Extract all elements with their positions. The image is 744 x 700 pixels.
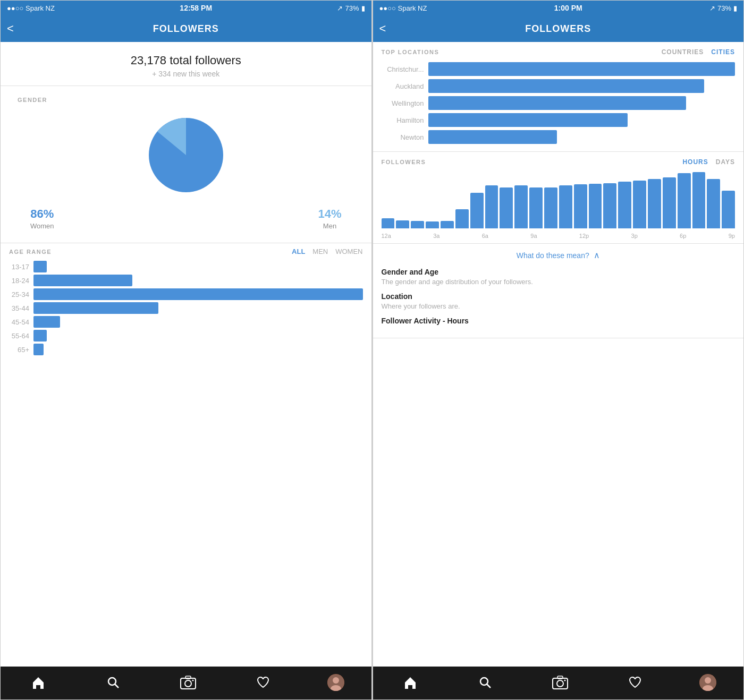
filter-hours[interactable]: HOURS <box>682 158 708 166</box>
bar-col-9 <box>514 172 528 228</box>
bar-col-18 <box>648 172 661 228</box>
bar-17 <box>633 181 646 228</box>
bar-col-13 <box>574 172 587 228</box>
battery-icon: ▮ <box>361 4 365 12</box>
age-label-45-54: 45-54 <box>9 318 29 326</box>
top-locations-section: TOP LOCATIONS COUNTRIES CITIES Christchu… <box>373 42 744 152</box>
carrier-2: ●●○○ Spark NZ <box>379 4 427 12</box>
city-bar-wrap-christchurch <box>428 62 735 76</box>
screen-2: ●●○○ Spark NZ 1:00 PM ↗ 73% ▮ < FOLLOWER… <box>373 0 745 700</box>
bar-col-15 <box>603 172 616 228</box>
tab-search-2[interactable] <box>475 672 496 693</box>
bar-3 <box>426 221 439 228</box>
gender-label: GENDER <box>9 90 363 105</box>
back-button-2[interactable]: < <box>379 22 386 36</box>
filter-cities[interactable]: CITIES <box>711 48 735 56</box>
gender-labels: 86% Women 14% Men <box>9 203 363 234</box>
location-filters[interactable]: COUNTRIES CITIES <box>662 48 735 56</box>
back-button-1[interactable]: < <box>7 22 14 36</box>
tab-profile-2[interactable] <box>699 674 716 691</box>
navigation-icon-2: ↗ <box>709 4 715 12</box>
chevron-up-icon: ∧ <box>594 250 600 260</box>
help-toggle[interactable]: What do these mean? ∧ <box>382 250 735 260</box>
svg-rect-5 <box>185 676 191 679</box>
city-name-hamilton: Hamilton <box>382 116 424 124</box>
bar-0 <box>382 218 395 228</box>
age-filter-women[interactable]: WOMEN <box>335 247 362 255</box>
tab-bar-2 <box>373 667 744 699</box>
followers-activity-label: FOLLOWERS <box>382 159 426 165</box>
time-label-9a: 9a <box>530 233 537 239</box>
men-stat: 14% Men <box>318 207 341 230</box>
bar-14 <box>589 184 602 228</box>
help-activity-title: Follower Activity - Hours <box>382 317 735 325</box>
city-bar-wellington <box>428 96 686 110</box>
pie-chart-container <box>9 105 363 203</box>
age-row-65plus: 65+ <box>9 344 363 355</box>
svg-point-13 <box>557 680 563 687</box>
status-bar-1: ●●○○ Spark NZ 12:58 PM ↗ 73% ▮ <box>1 1 371 15</box>
age-bar-55-64 <box>33 330 47 342</box>
tab-camera-2[interactable] <box>549 672 571 693</box>
age-filter[interactable]: ALL MEN WOMEN <box>292 247 362 255</box>
svg-point-15 <box>564 680 566 681</box>
help-gender-age-desc: The gender and age distribution of your … <box>382 278 735 286</box>
men-label: Men <box>318 222 341 230</box>
filter-countries[interactable]: COUNTRIES <box>662 48 704 56</box>
age-filter-all[interactable]: ALL <box>292 247 305 255</box>
battery-1: ↗ 73% ▮ <box>337 4 365 12</box>
age-bars: 13-17 18-24 25-34 <box>9 261 363 355</box>
age-bar-35-44 <box>33 302 158 314</box>
bar-col-3 <box>426 172 439 228</box>
age-row-35-44: 35-44 <box>9 302 363 314</box>
age-bar-wrap-35-44 <box>33 302 363 314</box>
tab-home-2[interactable] <box>400 672 421 693</box>
filter-days[interactable]: DAYS <box>716 158 735 166</box>
bar-col-14 <box>589 172 602 228</box>
bar-19 <box>663 177 676 228</box>
tab-camera-1[interactable] <box>177 672 199 693</box>
help-location-title: Location <box>382 292 735 301</box>
tab-home-1[interactable] <box>28 672 49 693</box>
bar-5 <box>455 209 469 228</box>
age-filter-men[interactable]: MEN <box>312 247 328 255</box>
bar-9 <box>514 185 528 228</box>
age-label-25-34: 25-34 <box>9 291 29 298</box>
bar-8 <box>500 187 513 228</box>
bar-col-22 <box>707 172 720 228</box>
age-row-45-54: 45-54 <box>9 316 363 328</box>
age-label-55-64: 55-64 <box>9 332 29 340</box>
tab-heart-1[interactable] <box>252 672 274 693</box>
city-bar-wrap-wellington <box>428 96 735 110</box>
activity-filters[interactable]: HOURS DAYS <box>682 158 735 166</box>
tab-profile-1[interactable] <box>327 674 344 691</box>
nav-bar-1: < FOLLOWERS <box>1 15 371 42</box>
bar-4 <box>441 221 454 228</box>
tab-search-1[interactable] <box>103 672 124 693</box>
navigation-icon: ↗ <box>337 4 343 12</box>
time-1: 12:58 PM <box>180 4 212 12</box>
svg-point-4 <box>185 680 191 687</box>
bar-col-19 <box>663 172 676 228</box>
age-bar-wrap-13-17 <box>33 261 363 272</box>
screen1-content: 23,178 total followers + 334 new this we… <box>1 42 371 667</box>
svg-point-17 <box>705 677 711 684</box>
age-bar-65plus <box>33 344 44 355</box>
tab-heart-2[interactable] <box>624 672 646 693</box>
age-row-25-34: 25-34 <box>9 288 363 300</box>
age-bar-wrap-55-64 <box>33 330 363 342</box>
city-bar-newton <box>428 130 557 144</box>
svg-rect-14 <box>557 676 563 679</box>
bar-10 <box>529 187 543 228</box>
bar-col-8 <box>500 172 513 228</box>
age-bar-25-34 <box>33 288 363 300</box>
help-gender-age-title: Gender and Age <box>382 268 735 276</box>
help-toggle-text: What do these mean? <box>517 251 589 260</box>
age-bar-wrap-65plus <box>33 344 363 355</box>
screen-1: ●●○○ Spark NZ 12:58 PM ↗ 73% ▮ < FOLLOWE… <box>0 0 372 700</box>
locations-header: TOP LOCATIONS COUNTRIES CITIES <box>382 48 735 56</box>
svg-point-6 <box>192 680 193 681</box>
city-row-newton: Newton <box>382 130 735 144</box>
bar-col-6 <box>470 172 484 228</box>
city-name-auckland: Auckland <box>382 82 424 90</box>
